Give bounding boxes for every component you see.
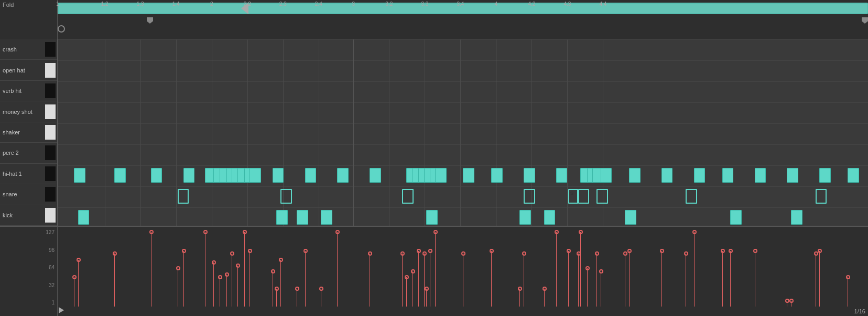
velocity-dot[interactable] [684, 251, 688, 256]
velocity-dot[interactable] [230, 251, 234, 256]
note-block[interactable] [151, 168, 162, 183]
note-block[interactable] [78, 210, 90, 225]
note-block[interactable] [816, 189, 827, 204]
note-block[interactable] [114, 168, 126, 183]
velocity-dot[interactable] [182, 249, 186, 253]
note-block[interactable] [730, 210, 742, 225]
velocity-dot[interactable] [623, 251, 627, 256]
velocity-dot[interactable] [518, 287, 522, 291]
ruler-position-handle-right[interactable] [862, 17, 868, 24]
velocity-dot[interactable] [113, 251, 117, 256]
note-block[interactable] [722, 168, 734, 183]
note-block[interactable] [305, 168, 317, 183]
velocity-area[interactable]: 1/16 [58, 227, 868, 316]
velocity-dot[interactable] [236, 264, 240, 268]
note-block[interactable] [273, 168, 284, 183]
note-block[interactable] [556, 168, 568, 183]
note-block[interactable] [694, 168, 706, 183]
note-block[interactable] [297, 210, 308, 225]
velocity-dot[interactable] [203, 230, 208, 234]
note-block[interactable] [435, 168, 447, 183]
velocity-dot[interactable] [660, 249, 664, 253]
note-block[interactable]: S [568, 189, 578, 204]
velocity-dot[interactable] [77, 258, 81, 262]
velocity-dot[interactable] [627, 249, 632, 253]
note-block[interactable] [848, 168, 859, 183]
velocity-dot[interactable] [522, 251, 526, 256]
note-block[interactable] [183, 168, 195, 183]
note-block[interactable] [578, 189, 590, 204]
velocity-dot[interactable] [72, 275, 77, 279]
velocity-dot[interactable] [176, 266, 180, 270]
velocity-dot[interactable] [729, 249, 733, 253]
velocity-dot[interactable] [599, 269, 603, 273]
velocity-dot[interactable] [428, 249, 432, 253]
velocity-dot[interactable] [818, 249, 822, 253]
velocity-dot[interactable] [595, 251, 599, 256]
velocity-dot[interactable] [335, 230, 340, 234]
velocity-dot[interactable] [368, 251, 372, 256]
velocity-dot[interactable] [490, 249, 494, 253]
note-block[interactable] [661, 168, 673, 183]
velocity-dot[interactable] [417, 249, 421, 253]
velocity-dot[interactable] [279, 258, 283, 262]
velocity-dot[interactable] [303, 249, 308, 253]
note-block[interactable] [755, 168, 766, 183]
note-block[interactable] [402, 189, 414, 204]
note-block[interactable] [787, 168, 798, 183]
velocity-dot[interactable] [814, 251, 818, 256]
note-block[interactable] [280, 189, 292, 204]
velocity-dot[interactable] [461, 251, 465, 256]
velocity-dot[interactable] [295, 287, 299, 291]
ruler-position-handle-left[interactable] [147, 17, 153, 24]
velocity-dot[interactable] [579, 230, 583, 234]
note-block[interactable] [544, 210, 556, 225]
note-block[interactable] [524, 189, 535, 204]
velocity-dot[interactable] [248, 249, 252, 253]
note-block[interactable] [601, 168, 612, 183]
velocity-dot[interactable] [319, 287, 323, 291]
note-block[interactable] [426, 210, 438, 225]
note-block[interactable] [596, 189, 608, 204]
velocity-dot[interactable] [271, 269, 275, 273]
note-block[interactable] [686, 189, 697, 204]
timeline-ruler[interactable]: 11.21.31.422.22.32.433.23.33.444.24.34.4 [58, 0, 868, 39]
velocity-dot[interactable] [692, 230, 697, 234]
velocity-dot[interactable] [422, 251, 427, 256]
note-block[interactable] [519, 210, 531, 225]
velocity-dot[interactable] [555, 230, 559, 234]
note-block[interactable] [337, 168, 349, 183]
velocity-dot[interactable] [411, 269, 415, 273]
track-grid[interactable]: S [58, 39, 868, 226]
note-block[interactable] [178, 189, 189, 204]
velocity-dot[interactable] [225, 272, 229, 277]
velocity-dot[interactable] [275, 287, 279, 291]
velocity-dot[interactable] [149, 230, 154, 234]
note-block[interactable] [629, 168, 641, 183]
velocity-dot[interactable] [721, 249, 725, 253]
note-block[interactable] [524, 168, 535, 183]
note-block[interactable] [625, 210, 636, 225]
note-block[interactable] [791, 210, 802, 225]
note-block[interactable] [463, 168, 474, 183]
velocity-dot[interactable] [585, 266, 590, 270]
note-block[interactable] [249, 168, 261, 183]
velocity-dot[interactable] [433, 230, 438, 234]
velocity-dot[interactable] [846, 275, 850, 279]
note-block[interactable] [74, 168, 85, 183]
velocity-dot[interactable] [789, 299, 794, 303]
note-block[interactable] [276, 210, 288, 225]
note-block[interactable] [819, 168, 831, 183]
velocity-dot[interactable] [542, 287, 547, 291]
velocity-dot[interactable] [400, 251, 405, 256]
note-block[interactable] [321, 210, 332, 225]
velocity-dot[interactable] [243, 230, 247, 234]
velocity-dot[interactable] [212, 260, 216, 265]
note-block[interactable] [370, 168, 381, 183]
velocity-dot[interactable] [218, 275, 222, 279]
velocity-dot[interactable] [425, 287, 429, 291]
note-block[interactable] [491, 168, 503, 183]
play-button[interactable] [59, 307, 64, 313]
velocity-dot[interactable] [405, 275, 409, 279]
velocity-dot[interactable] [567, 249, 571, 253]
